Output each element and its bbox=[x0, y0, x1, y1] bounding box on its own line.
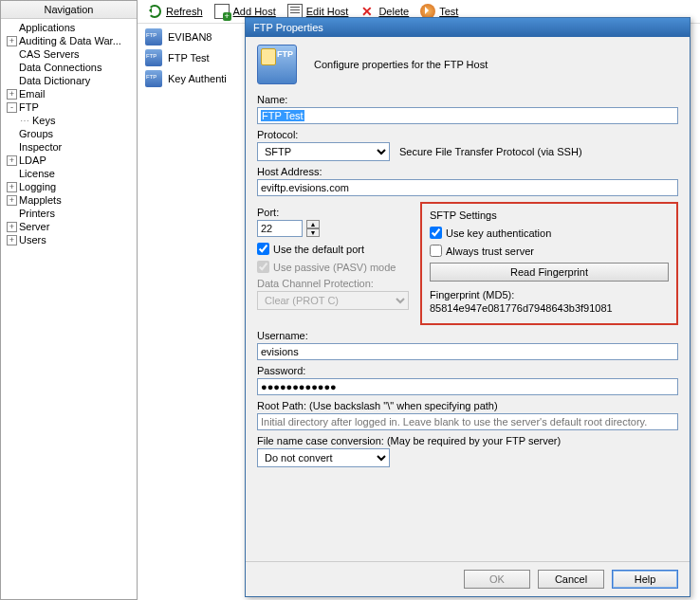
nav-item-groups[interactable]: Groups bbox=[1, 127, 137, 140]
nav-item-cas[interactable]: CAS Servers bbox=[1, 47, 137, 61]
nav-item-logging[interactable]: +Logging bbox=[1, 180, 137, 193]
case-select[interactable]: Do not convert bbox=[257, 448, 390, 467]
nav-item-server[interactable]: +Server bbox=[1, 220, 137, 233]
ftp-icon bbox=[145, 28, 162, 45]
dialog-subtitle: Configure properties for the FTP Host bbox=[314, 59, 488, 70]
protocol-select[interactable]: SFTP bbox=[257, 142, 390, 161]
ftp-icon bbox=[145, 70, 162, 87]
pasv-checkbox: Use passive (PASV) mode bbox=[257, 261, 409, 273]
expand-icon[interactable]: + bbox=[7, 89, 17, 100]
default-port-checkbox[interactable]: Use the default port bbox=[257, 243, 409, 255]
navigation-tree: Applications +Auditing & Data War... CAS… bbox=[1, 19, 137, 248]
password-label: Password: bbox=[257, 365, 678, 376]
protocol-label: Protocol: bbox=[257, 129, 678, 140]
navigation-panel: Navigation Applications +Auditing & Data… bbox=[0, 0, 138, 600]
nav-item-applications[interactable]: Applications bbox=[1, 21, 137, 34]
dcp-label: Data Channel Protection: bbox=[257, 278, 409, 289]
expand-icon[interactable]: + bbox=[7, 182, 17, 192]
nav-item-keys[interactable]: ⋯Keys bbox=[1, 114, 137, 127]
expand-icon[interactable]: + bbox=[7, 195, 17, 206]
nav-item-datadict[interactable]: Data Dictionary bbox=[1, 74, 137, 87]
nav-item-email[interactable]: +Email bbox=[1, 87, 137, 100]
fingerprint-label: Fingerprint (MD5): bbox=[430, 289, 669, 300]
fingerprint-value: 85814e947e081776d7948643b3f91081 bbox=[430, 302, 669, 314]
nav-item-license[interactable]: License bbox=[1, 167, 137, 180]
host-label: Host Address: bbox=[257, 166, 678, 177]
cancel-button[interactable]: Cancel bbox=[538, 570, 604, 589]
nav-item-dataconn[interactable]: Data Connections bbox=[1, 61, 137, 74]
nav-item-inspector[interactable]: Inspector bbox=[1, 140, 137, 154]
nav-item-ftp[interactable]: -FTP bbox=[1, 100, 137, 114]
navigation-header: Navigation bbox=[1, 1, 137, 19]
ftp-properties-dialog: FTP Properties Configure properties for … bbox=[245, 17, 691, 597]
nav-item-auditing[interactable]: +Auditing & Data War... bbox=[1, 34, 137, 47]
nav-item-ldap[interactable]: +LDAP bbox=[1, 154, 137, 167]
refresh-icon bbox=[147, 4, 162, 19]
case-label: File name case conversion: (May be requi… bbox=[257, 435, 678, 446]
expand-icon[interactable]: + bbox=[7, 36, 17, 46]
port-down-button[interactable]: ▼ bbox=[306, 228, 320, 237]
host-input[interactable] bbox=[257, 179, 678, 196]
sftp-settings-title: SFTP Settings bbox=[430, 209, 669, 221]
name-input[interactable]: FTP Test bbox=[257, 107, 678, 124]
port-up-button[interactable]: ▲ bbox=[306, 220, 320, 228]
protocol-description: Secure File Transfer Protocol (via SSH) bbox=[399, 146, 582, 157]
ftp-large-icon bbox=[257, 45, 297, 84]
port-label: Port: bbox=[257, 207, 409, 218]
collapse-icon[interactable]: - bbox=[7, 102, 17, 113]
port-input[interactable] bbox=[257, 220, 303, 237]
refresh-button[interactable]: Refresh bbox=[147, 4, 203, 19]
username-label: Username: bbox=[257, 330, 678, 341]
tree-branch-icon: ⋯ bbox=[20, 116, 29, 126]
dcp-select: Clear (PROT C) bbox=[257, 291, 409, 310]
rootpath-label: Root Path: (Use backslash "\" when speci… bbox=[257, 400, 678, 411]
add-icon bbox=[214, 4, 230, 19]
expand-icon[interactable]: + bbox=[7, 155, 17, 166]
key-auth-checkbox[interactable]: Use key authentication bbox=[430, 227, 669, 239]
rootpath-input[interactable] bbox=[257, 413, 678, 430]
nav-item-mapplets[interactable]: +Mapplets bbox=[1, 193, 137, 207]
trust-server-checkbox[interactable]: Always trust server bbox=[430, 245, 669, 257]
sftp-settings-panel: SFTP Settings Use key authentication Alw… bbox=[420, 202, 678, 325]
dialog-title: FTP Properties bbox=[246, 18, 690, 37]
nav-item-printers[interactable]: Printers bbox=[1, 207, 137, 220]
nav-item-users[interactable]: +Users bbox=[1, 233, 137, 246]
read-fingerprint-button[interactable]: Read Fingerprint bbox=[430, 263, 669, 282]
username-input[interactable] bbox=[257, 343, 678, 360]
name-label: Name: bbox=[257, 94, 678, 105]
expand-icon[interactable]: + bbox=[7, 222, 17, 232]
expand-icon[interactable]: + bbox=[7, 235, 17, 245]
help-button[interactable]: Help bbox=[612, 570, 678, 589]
ftp-icon bbox=[145, 49, 162, 66]
ok-button[interactable]: OK bbox=[464, 570, 530, 589]
password-input[interactable] bbox=[257, 378, 678, 395]
